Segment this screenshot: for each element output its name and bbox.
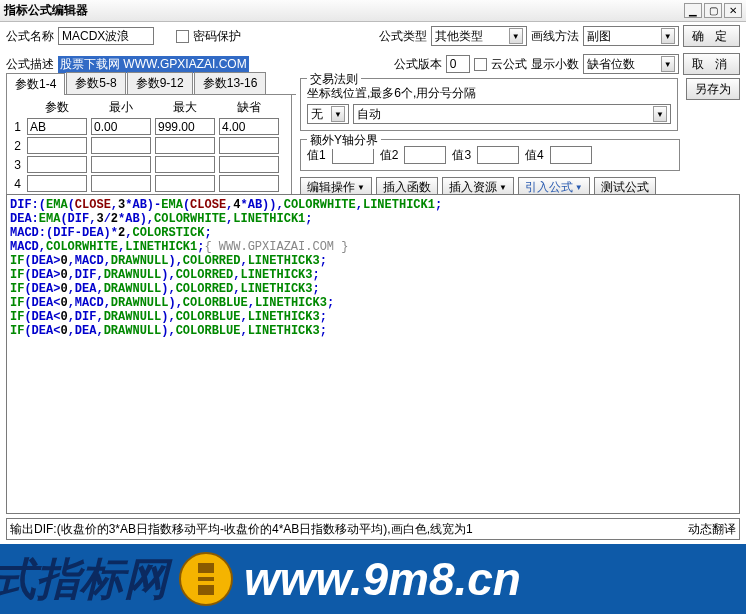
chevron-down-icon: ▼: [661, 28, 675, 44]
coord-select[interactable]: 自动▼: [353, 104, 671, 124]
val2-input[interactable]: [404, 146, 446, 164]
svg-rect-3: [192, 581, 220, 585]
trade-rule-legend: 交易法则: [307, 71, 361, 88]
formula-type-value: 其他类型: [435, 28, 483, 45]
param-header: 参数: [27, 99, 87, 116]
password-label: 密码保护: [193, 28, 241, 45]
chevron-down-icon: ▼: [499, 183, 507, 192]
cloud-label: 云公式: [491, 56, 527, 73]
param-row-num: 2: [11, 139, 23, 153]
show-dec-label: 显示小数: [531, 56, 579, 73]
draw-method-label: 画线方法: [531, 28, 579, 45]
draw-method-select[interactable]: 副图▼: [583, 26, 679, 46]
param-row-num: 3: [11, 158, 23, 172]
val4-input[interactable]: [550, 146, 592, 164]
val4-label: 值4: [525, 147, 544, 164]
maximize-button[interactable]: ▢: [704, 3, 722, 18]
param-header: 最大: [155, 99, 215, 116]
val2-label: 值2: [380, 147, 399, 164]
status-text: 输出DIF:(收盘价的3*AB日指数移动平均-收盘价的4*AB日指数移动平均),…: [10, 521, 473, 538]
param-def-input[interactable]: [219, 137, 279, 154]
formula-name-label: 公式名称: [6, 28, 54, 45]
logo-icon: [178, 551, 234, 607]
param-name-input[interactable]: [27, 175, 87, 192]
param-max-input[interactable]: [155, 118, 215, 135]
param-name-input[interactable]: [27, 156, 87, 173]
formula-name-input[interactable]: [58, 27, 154, 45]
formula-ver-label: 公式版本: [394, 56, 442, 73]
password-checkbox[interactable]: [176, 30, 189, 43]
watermark-left-text: 式指标网: [0, 550, 168, 609]
val3-label: 值3: [452, 147, 471, 164]
formula-ver-input[interactable]: [446, 55, 470, 73]
chevron-down-icon: ▼: [357, 183, 365, 192]
param-min-input[interactable]: [91, 118, 151, 135]
code-editor[interactable]: DIF:(EMA(CLOSE,3*AB)-EMA(CLOSE,4*AB)),CO…: [6, 194, 740, 514]
param-min-input[interactable]: [91, 156, 151, 173]
chevron-down-icon: ▼: [509, 28, 523, 44]
extra-y-legend: 额外Y轴分界: [307, 132, 381, 149]
param-def-input[interactable]: [219, 118, 279, 135]
param-def-input[interactable]: [219, 175, 279, 192]
minimize-button[interactable]: ▁: [684, 3, 702, 18]
param-max-input[interactable]: [155, 156, 215, 173]
close-button[interactable]: ✕: [724, 3, 742, 18]
param-tab[interactable]: 参数9-12: [127, 72, 193, 94]
val3-input[interactable]: [477, 146, 519, 164]
param-name-input[interactable]: [27, 137, 87, 154]
param-min-input[interactable]: [91, 175, 151, 192]
chevron-down-icon: ▼: [575, 183, 583, 192]
val1-label: 值1: [307, 147, 326, 164]
svg-rect-1: [198, 563, 214, 595]
watermark-url: www.9m8.cn: [244, 552, 521, 606]
draw-method-value: 副图: [587, 28, 611, 45]
chevron-down-icon: ▼: [661, 56, 675, 72]
param-name-input[interactable]: [27, 118, 87, 135]
formula-type-label: 公式类型: [379, 28, 427, 45]
formula-type-select[interactable]: 其他类型▼: [431, 26, 527, 46]
chevron-down-icon: ▼: [653, 106, 667, 122]
watermark-banner: 式指标网 www.9m8.cn: [0, 544, 746, 614]
coord-hint: 坐标线位置,最多6个,用分号分隔: [307, 85, 671, 102]
save-as-button[interactable]: 另存为: [686, 78, 740, 100]
window-title: 指标公式编辑器: [4, 2, 682, 19]
param-tab[interactable]: 参数5-8: [66, 72, 125, 94]
param-max-input[interactable]: [155, 137, 215, 154]
chevron-down-icon: ▼: [331, 106, 345, 122]
trade-rule-select[interactable]: 无▼: [307, 104, 349, 124]
cloud-checkbox[interactable]: [474, 58, 487, 71]
show-dec-select[interactable]: 缺省位数▼: [583, 54, 679, 74]
param-tab[interactable]: 参数13-16: [194, 72, 267, 94]
param-tab[interactable]: 参数1-4: [6, 73, 65, 95]
param-def-input[interactable]: [219, 156, 279, 173]
svg-rect-2: [192, 573, 220, 577]
param-max-input[interactable]: [155, 175, 215, 192]
param-row-num: 4: [11, 177, 23, 191]
cancel-button[interactable]: 取 消: [683, 53, 740, 75]
ok-button[interactable]: 确 定: [683, 25, 740, 47]
param-header: 缺省: [219, 99, 279, 116]
dynamic-translate-label[interactable]: 动态翻译: [688, 521, 736, 538]
param-header: 最小: [91, 99, 151, 116]
param-min-input[interactable]: [91, 137, 151, 154]
param-row-num: 1: [11, 120, 23, 134]
show-dec-value: 缺省位数: [587, 56, 635, 73]
